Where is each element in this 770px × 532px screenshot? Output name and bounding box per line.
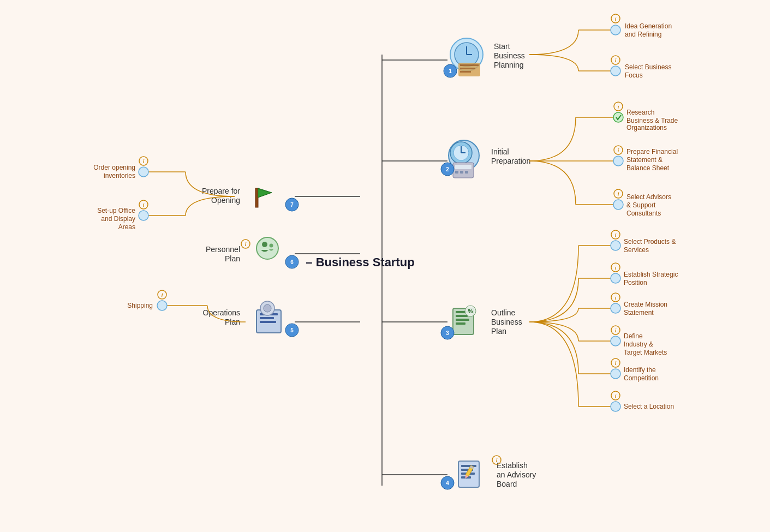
leaf2-2-label3: Balance Sheet (626, 164, 670, 172)
leaf2-2-label2: Statement & (626, 156, 662, 164)
leaf7-1-circle (139, 167, 148, 177)
leaf2-1-label2: Business & Trade (626, 117, 678, 124)
leaf2-3-circle (613, 200, 623, 210)
leaf7-2-label2: and Display (101, 215, 135, 223)
leaf5-1-circle (157, 301, 167, 310)
branch2-label: Initial (491, 147, 509, 156)
svg-text:%: % (468, 308, 473, 314)
branch6-label2: Plan (225, 254, 240, 263)
svg-text:5: 5 (290, 327, 294, 333)
leaf2-2-label: Prepare Financial (626, 148, 678, 156)
leaf5-1-label: Shipping (127, 302, 153, 309)
leaf3-2-circle (611, 273, 620, 283)
leaf3-4-label2: Industry & (624, 340, 653, 348)
leaf3-5-label: Identify the (624, 366, 656, 374)
leaf2-1-circle (613, 112, 623, 122)
leaf3-2-label: Establish Strategic (624, 271, 678, 278)
svg-rect-10 (460, 71, 471, 73)
branch1-label: Start (494, 42, 510, 51)
leaf3-4-label: Define (624, 332, 643, 340)
leaf2-3-label3: Consultants (626, 210, 661, 217)
svg-text:1: 1 (449, 68, 452, 74)
svg-point-73 (262, 242, 267, 247)
branch7-flag-pole (255, 188, 258, 207)
branch4-label2: an Advisory (497, 470, 536, 479)
svg-point-68 (264, 304, 271, 312)
svg-point-74 (270, 244, 273, 248)
branch3-label3: Plan (491, 327, 506, 336)
svg-text:4: 4 (446, 480, 449, 486)
leaf3-3-circle (611, 303, 620, 313)
svg-rect-66 (260, 321, 276, 323)
svg-rect-22 (455, 165, 471, 169)
leaf3-5-label2: Competition (624, 374, 659, 382)
leaf7-1-label2: inventories (104, 172, 135, 180)
leaf7-2-label3: Areas (118, 223, 135, 231)
svg-text:7: 7 (290, 202, 294, 208)
svg-rect-36 (456, 319, 469, 321)
svg-text:6: 6 (290, 259, 294, 265)
svg-rect-37 (456, 322, 465, 325)
branch2-label2: Preparation (491, 157, 530, 165)
leaf3-1-label2: Services (624, 246, 649, 254)
leaf1-1-label: Idea Generation (625, 22, 672, 30)
svg-rect-35 (456, 315, 468, 317)
leaf7-2-circle (139, 211, 148, 220)
leaf3-2-label2: Position (624, 279, 647, 286)
svg-rect-65 (260, 317, 274, 319)
leaf3-3-label2: Statement (624, 309, 654, 316)
leaf7-1-label: Order opening (93, 164, 135, 171)
branch4-label3: Board (497, 480, 517, 488)
leaf3-4-circle (611, 336, 620, 346)
leaf3-6-label: Select a Location (624, 403, 674, 410)
leaf3-1-circle (611, 241, 620, 250)
svg-text:2: 2 (446, 166, 449, 172)
leaf1-2-circle (611, 66, 620, 76)
branch1-label3: Planning (494, 61, 524, 69)
leaf3-4-label3: Target Markets (624, 349, 667, 356)
leaf3-5-circle (611, 369, 620, 379)
leaf3-6-circle (611, 402, 620, 411)
leaf1-2-label2: Focus (625, 71, 643, 79)
leaf2-1-label: Research (626, 109, 654, 116)
leaf2-1-label3: Organizations (626, 124, 667, 131)
branch6-icon (256, 237, 278, 259)
leaf1-1-circle (611, 25, 620, 35)
leaf2-3-label2: & Support (626, 201, 656, 209)
leaf1-2-label: Select Business (625, 63, 671, 71)
branch1-label2: Business (494, 51, 525, 60)
center-title: – Business Startup (306, 255, 414, 269)
svg-rect-55 (461, 465, 476, 467)
branch3-label2: Business (491, 318, 522, 326)
leaf2-2-circle (613, 156, 623, 166)
leaf3-1-label: Select Products & (624, 238, 676, 246)
svg-rect-8 (460, 64, 479, 66)
svg-rect-9 (460, 68, 475, 69)
branch6-label: Personnel (206, 245, 240, 254)
svg-rect-23 (455, 171, 458, 174)
leaf1-1-label2: and Refining (625, 31, 661, 38)
branch4-label: Establish (497, 461, 528, 470)
branch3-label: Outline (491, 308, 516, 317)
leaf3-3-label: Create Mission (624, 301, 667, 308)
leaf2-3-label: Select Advisors (626, 193, 671, 201)
svg-rect-24 (460, 171, 463, 174)
svg-rect-25 (465, 171, 468, 174)
svg-text:3: 3 (446, 330, 449, 336)
leaf7-2-label: Set-up Office (97, 207, 135, 214)
